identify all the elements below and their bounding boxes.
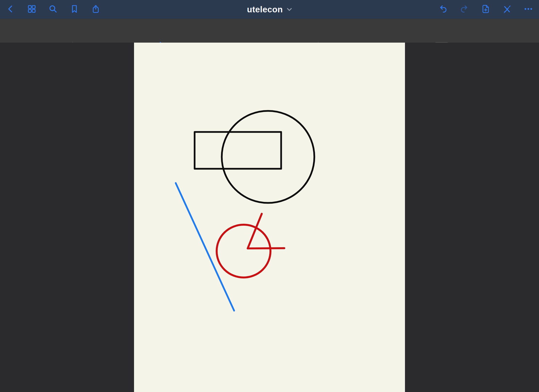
page-title: utelecon <box>247 5 283 14</box>
nav-right-group <box>438 4 533 14</box>
tool-bar: a <box>0 19 539 43</box>
red-angle-stroke[interactable] <box>248 214 284 248</box>
more-icon <box>524 4 533 14</box>
share-button[interactable] <box>91 4 101 14</box>
read-only-toggle-button[interactable] <box>502 4 512 14</box>
nav-left-group <box>6 4 101 14</box>
redo-button[interactable] <box>460 4 469 14</box>
nav-bar: utelecon <box>0 0 539 19</box>
redo-icon <box>460 4 469 14</box>
search-icon <box>49 5 57 13</box>
back-button[interactable] <box>6 4 15 14</box>
black-rectangle[interactable] <box>195 132 281 169</box>
goodnotes-app-window: utelecon a <box>0 0 539 392</box>
search-button[interactable] <box>48 4 58 14</box>
back-icon <box>6 5 15 13</box>
black-circle[interactable] <box>222 111 314 203</box>
add-page-button[interactable] <box>481 4 491 14</box>
canvas-area <box>0 43 539 392</box>
document-title-menu[interactable]: utelecon <box>247 5 292 14</box>
add-page-icon <box>481 4 490 14</box>
bookmark-icon <box>70 5 79 13</box>
thumbnails-grid-icon <box>27 5 36 13</box>
share-icon <box>91 5 100 13</box>
red-circle[interactable] <box>217 225 270 277</box>
chevron-down-icon <box>287 8 292 11</box>
undo-icon <box>438 4 448 14</box>
drawing-canvas-page[interactable] <box>134 43 405 392</box>
more-button[interactable] <box>523 4 533 14</box>
undo-button[interactable] <box>438 4 448 14</box>
pencil-cross-icon <box>502 4 512 14</box>
blue-line[interactable] <box>176 183 234 311</box>
thumbnails-button[interactable] <box>27 4 37 14</box>
bookmark-button[interactable] <box>70 4 79 14</box>
